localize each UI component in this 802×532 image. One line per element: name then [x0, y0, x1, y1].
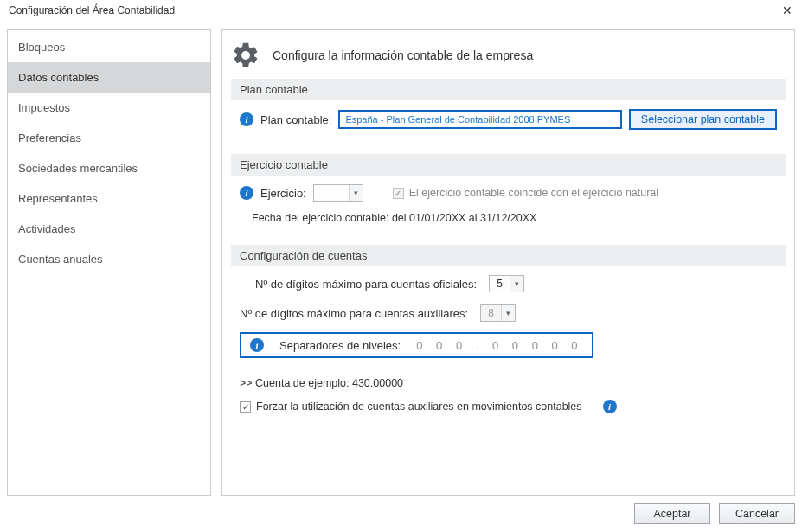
chevron-down-icon[interactable]: ▾: [501, 305, 515, 321]
sidebar-item-actividades[interactable]: Actividades: [8, 214, 210, 244]
ejercicio-date-note: Fecha del ejercicio contable: del 01/01/…: [252, 212, 777, 224]
group-title: Configuración de cuentas: [231, 245, 786, 266]
chevron-down-icon[interactable]: ▾: [510, 276, 523, 292]
main-panel: Configura la información contable de la …: [221, 29, 795, 496]
close-icon[interactable]: ✕: [780, 3, 795, 17]
info-icon[interactable]: i: [240, 112, 253, 126]
sidebar-item-sociedades[interactable]: Sociedades mercantiles: [8, 153, 210, 183]
panel-title: Configura la información contable de la …: [273, 48, 533, 62]
cancel-button[interactable]: Cancelar: [719, 503, 795, 524]
info-icon[interactable]: i: [603, 400, 617, 413]
sidebar-item-impuestos[interactable]: Impuestos: [8, 93, 210, 123]
checkbox-label: El ejercicio contable coincide con el ej…: [409, 187, 658, 199]
plan-contable-field[interactable]: España - Plan General de Contabilidad 20…: [338, 110, 621, 129]
max-official-dropdown[interactable]: 5 ▾: [489, 275, 524, 292]
window-title: Configuración del Área Contabilidad: [9, 4, 175, 16]
sidebar-item-label: Sociedades mercantiles: [18, 162, 138, 175]
sep-label: Separadores de niveles:: [279, 339, 401, 352]
sidebar-item-prefs[interactable]: Preferencias: [8, 123, 210, 153]
ejercicio-natural-check: ✓ El ejercicio contable coincide con el …: [393, 187, 658, 199]
sep-digits: 0 0 0 . 0 0 0 0 0: [416, 339, 582, 352]
info-icon[interactable]: i: [240, 186, 253, 200]
sidebar-item-label: Actividades: [18, 222, 75, 235]
checkbox-box[interactable]: ✓: [240, 401, 251, 413]
group-title: Ejercicio contable: [231, 154, 786, 176]
ejercicio-dropdown[interactable]: ▾: [313, 184, 363, 202]
info-icon[interactable]: i: [250, 338, 264, 352]
max-aux-label: Nº de dígitos máximo para cuentas auxili…: [240, 307, 468, 320]
force-aux-check[interactable]: ✓ Forzar la utilización de cuentas auxil…: [240, 401, 582, 413]
group-plan-contable: Plan contable i Plan contable: España - …: [231, 79, 786, 147]
group-ejercicio: Ejercicio contable i Ejercicio: ▾ ✓ El e…: [231, 154, 786, 238]
separadores-block[interactable]: i Separadores de niveles: 0 0 0 . 0 0 0 …: [240, 332, 593, 358]
sidebar-item-label: Bloqueos: [18, 41, 65, 54]
dropdown-value: 5: [490, 276, 510, 292]
sidebar-item-reps[interactable]: Representantes: [8, 183, 210, 214]
gear-icon: [231, 41, 260, 70]
ok-button[interactable]: Aceptar: [634, 503, 710, 524]
checkbox-label: Forzar la utilización de cuentas auxilia…: [256, 401, 582, 413]
dropdown-value: 8: [481, 305, 501, 321]
example-account: >> Cuenta de ejemplo: 430.00000: [240, 377, 403, 389]
max-aux-dropdown[interactable]: 8 ▾: [480, 304, 516, 322]
group-cuentas: Configuración de cuentas Nº de dígitos m…: [231, 245, 786, 431]
select-plan-button[interactable]: Seleccionar plan contable: [629, 109, 777, 130]
max-official-label: Nº de dígitos máximo para cuentas oficia…: [255, 278, 477, 291]
plan-value: España - Plan General de Contabilidad 20…: [345, 114, 570, 125]
ejercicio-label: Ejercicio:: [260, 187, 306, 200]
sidebar-item-label: Datos contables: [18, 71, 99, 84]
sidebar-item-label: Preferencias: [18, 131, 81, 144]
group-title: Plan contable: [231, 79, 786, 100]
sidebar-item-cuentas[interactable]: Cuentas anuales: [8, 244, 210, 274]
dropdown-value: [314, 185, 349, 201]
chevron-down-icon[interactable]: ▾: [349, 185, 363, 201]
sidebar-item-datos[interactable]: Datos contables: [8, 62, 210, 93]
plan-label: Plan contable:: [260, 113, 331, 126]
sidebar-item-label: Impuestos: [18, 101, 70, 114]
sidebar-nav: Bloqueos Datos contables Impuestos Prefe…: [7, 29, 211, 496]
sidebar-item-label: Representantes: [18, 192, 98, 205]
checkbox-box: ✓: [393, 188, 404, 199]
sidebar-item-bloqueos[interactable]: Bloqueos: [8, 32, 210, 62]
sidebar-item-label: Cuentas anuales: [18, 253, 103, 266]
dialog-button-bar: Aceptar Cancelar: [0, 501, 802, 527]
